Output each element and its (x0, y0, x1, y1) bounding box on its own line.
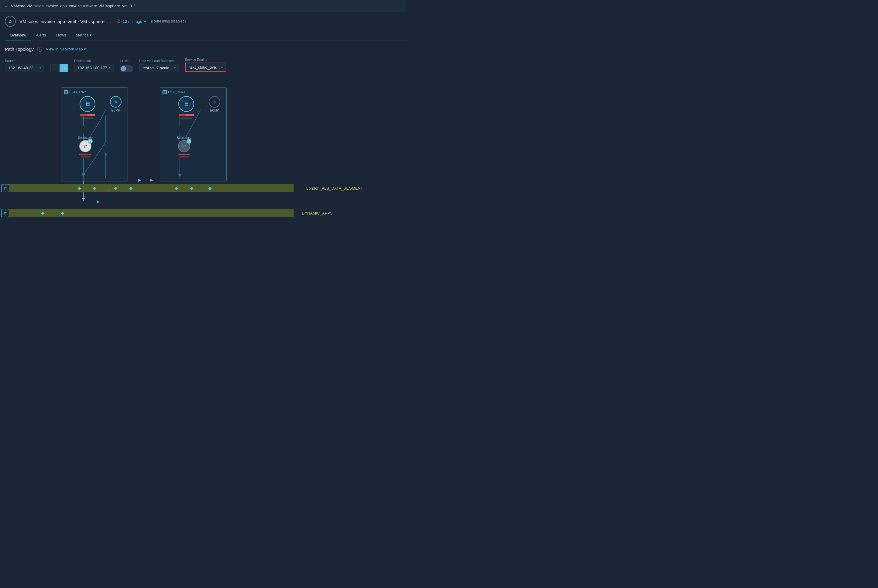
service-engine-value: nsxt_cloud_ove… (189, 65, 220, 70)
view-network-label: View in Network Map (46, 47, 83, 51)
ecmp-node-right[interactable]: ✳ ECMP (209, 96, 220, 112)
vm-circle-left: 🖥 (79, 96, 95, 112)
service-engine-control: Service Engine nsxt_cloud_ove… ▾ (185, 58, 226, 72)
esxi-left-label: ⬛ ESXi_TN-2 (64, 90, 125, 94)
destination-chevron: ▾ (109, 66, 111, 70)
secondary-node-right[interactable]: Secondary ⇄ +2 (177, 136, 192, 158)
vm-node-left[interactable]: 🖥 (79, 96, 95, 118)
time-indicator[interactable]: ⏱ 12 min ago ▾ (117, 19, 146, 24)
vm-bar-right (179, 114, 194, 116)
esxi-left-box: ⬛ ESXi_TN-2 🖥 ✳ ECMP Secondary ⇄ +3 (61, 87, 128, 182)
destination-label: Destination (74, 59, 114, 63)
segment-label-2: DYNAMIC_APPS (302, 211, 333, 216)
nav-tabs: Overview Alerts Flows Metrics ▾ (5, 30, 401, 40)
ecmp-label-left: ECMP (111, 109, 120, 112)
seg-dot-1a (78, 187, 81, 190)
time-ago: 12 min ago (123, 19, 142, 24)
esxi-right-label: ⬛ ESXi_TN-3 (163, 90, 224, 94)
notification-text: VMware VM 'sales_invoice_app_vm4' to VMw… (11, 4, 135, 8)
segment-icon-2: ⇄ (1, 209, 9, 217)
esxi-left-name: ESXi_TN-2 (69, 90, 86, 94)
svg-marker-15 (138, 178, 141, 182)
secondary-circle-wrapper-right: ⇄ +2 (178, 140, 190, 152)
destination-dropdown[interactable]: 192.168.100.177 ▾ (74, 64, 114, 72)
seg-dot-1e (175, 187, 178, 190)
secondary-bar2-right (180, 156, 189, 158)
vm-bar2-right (180, 118, 192, 118)
tab-flows[interactable]: Flows (51, 30, 71, 40)
esxi-right-name: ESXi_TN-3 (168, 90, 185, 94)
clock-icon: ⏱ (117, 19, 121, 24)
secondary-bar-right (178, 154, 190, 155)
seg-dot-2a (41, 212, 44, 215)
section-header: Path Topology i View in Network Map ⧉ (5, 46, 401, 52)
secondary-bar-left (79, 154, 91, 155)
esxi-left-icon: ⬛ (64, 90, 68, 94)
source-label: Source (5, 59, 44, 63)
tab-overview[interactable]: Overview (5, 30, 31, 40)
source-control: Source 192.168.40.23 ▾ (5, 59, 44, 72)
direction-control: ← → (51, 63, 68, 72)
direction-buttons: ← → (51, 64, 68, 72)
page-header: 🖥 VM sales_invoice_app_vm4 - VM vsphere_… (0, 12, 406, 40)
esxi-right-box: ⬛ ESXi_TN-3 🖥 ✳ ECMP Secondary ⇄ +2 (160, 87, 227, 182)
vm-circle-right: 🖥 (178, 96, 194, 112)
time-chevron: ▾ (144, 19, 146, 24)
svg-marker-16 (150, 178, 153, 182)
ecmp-label: ECMP (120, 59, 133, 63)
load-balancer-dropdown[interactable]: test-vs-l7-scale ▾ (139, 64, 179, 72)
seg-dot-2b (61, 212, 64, 215)
source-dropdown[interactable]: 192.168.40.23 ▾ (5, 64, 44, 72)
info-glyph: i (39, 47, 40, 51)
segment-bar-2: ⇄ → DYNAMIC_APPS (5, 209, 294, 217)
secondary-badge-left: +3 (88, 139, 93, 144)
svg-marker-17 (97, 201, 100, 204)
tab-alerts[interactable]: Alerts (31, 30, 51, 40)
ecmp-control: ECMP (120, 59, 133, 72)
ecmp-label-right: ECMP (210, 109, 219, 112)
direction-left-button[interactable]: ← (51, 64, 59, 72)
esxi-right-icon: ⬛ (163, 90, 167, 94)
notification-bar: ✓ VMware VM 'sales_invoice_app_vm4' to V… (0, 0, 406, 12)
ecmp-node-left[interactable]: ✳ ECMP (110, 96, 121, 112)
external-link-icon: ⧉ (84, 47, 87, 51)
secondary-node-left[interactable]: Secondary ⇄ +3 (78, 136, 93, 158)
load-balancer-label: Path via Load Balancer (139, 59, 179, 63)
vm-bar-left (80, 114, 95, 116)
seg-dot-1b (93, 187, 96, 190)
tab-metrics[interactable]: Metrics ▾ (71, 30, 97, 40)
seg-dot-1d (129, 187, 132, 190)
destination-control: Destination 192.168.100.177 ▾ (74, 59, 114, 72)
vm-node-right[interactable]: 🖥 (178, 96, 194, 118)
secondary-badge-right: +2 (187, 139, 192, 144)
service-engine-dropdown[interactable]: nsxt_cloud_ove… ▾ (189, 65, 223, 70)
toggle-thumb (121, 66, 126, 71)
seg-dot-1g (208, 187, 211, 190)
service-engine-label: Service Engine (185, 58, 226, 62)
seg-arrow-2: → (52, 212, 57, 216)
info-icon[interactable]: i (37, 47, 42, 52)
segment-icon-1: ⇄ (1, 184, 9, 192)
direction-right-button[interactable]: → (60, 64, 68, 72)
secondary-circle-wrapper-left: ⇄ +3 (79, 140, 91, 152)
svg-marker-8 (82, 198, 85, 201)
segment-label-1: London_ALB_DATA_SEGMENT (306, 186, 363, 190)
toggle-track (120, 65, 133, 72)
seg-dot-1f (190, 187, 193, 190)
vm-icon-glyph: 🖥 (8, 19, 12, 24)
check-icon: ✓ (5, 4, 9, 9)
secondary-bar2-left (81, 156, 90, 158)
lb-chevron: ▾ (174, 66, 175, 70)
seg-arrow-1: → (105, 187, 110, 192)
section-title: Path Topology (5, 46, 34, 52)
view-network-map-link[interactable]: View in Network Map ⧉ (46, 47, 87, 51)
controls-row: Source 192.168.40.23 ▾ ← → Destination 1… (5, 58, 401, 72)
page-title: VM sales_invoice_app_vm4 - VM vsphere_..… (19, 19, 111, 24)
topology-diagram: ⬛ ESXi_TN-2 🖥 ✳ ECMP Secondary ⇄ +3 (5, 81, 401, 233)
se-chevron: ▾ (221, 66, 223, 69)
service-engine-box: nsxt_cloud_ove… ▾ (185, 63, 226, 72)
main-content: Path Topology i View in Network Map ⧉ So… (0, 40, 406, 239)
ecmp-circle-left: ✳ (110, 96, 121, 108)
source-value: 192.168.40.23 (8, 66, 33, 70)
ecmp-toggle[interactable] (120, 65, 133, 72)
